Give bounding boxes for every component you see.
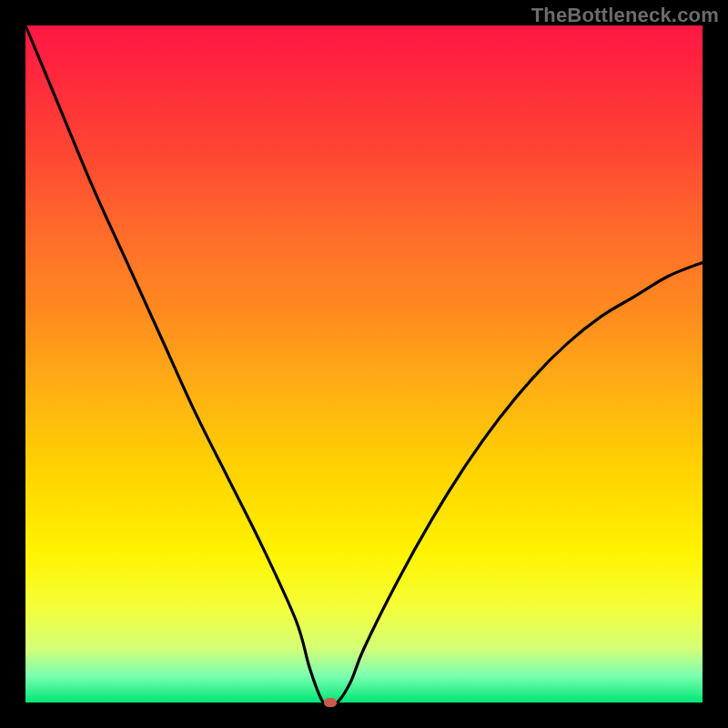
bottleneck-curve [25,25,703,703]
watermark-text: TheBottleneck.com [531,4,719,27]
plot-area [25,25,703,703]
optimum-marker [324,698,337,707]
curve-path [25,25,703,706]
chart-frame: TheBottleneck.com [0,0,728,728]
